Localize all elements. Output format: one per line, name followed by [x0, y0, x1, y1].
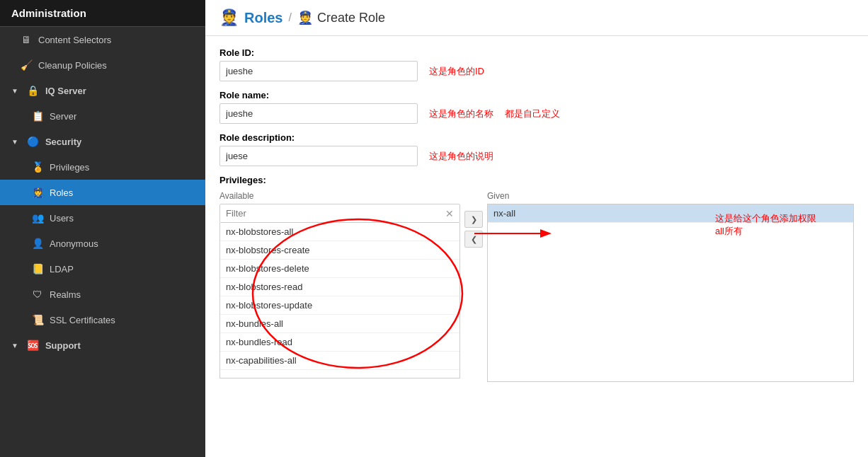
role-name-annotation: 这是角色的名称 — [429, 108, 493, 120]
sidebar-item-content-selectors[interactable]: 🖥 Content Selectors — [0, 27, 205, 52]
privileges-icon: 🏅 — [31, 161, 44, 173]
breadcrumb-create-role: 👮 Create Role — [297, 10, 385, 25]
sidebar-item-label: Cleanup Policies — [38, 60, 107, 71]
sidebar-item-realms[interactable]: 🛡 Realms — [0, 282, 205, 307]
sidebar-item-label: Content Selectors — [38, 35, 111, 45]
list-item[interactable]: nx-blobstores-all — [220, 223, 459, 241]
support-icon: 🆘 — [27, 340, 40, 351]
list-item[interactable]: nx-blobstores-update — [220, 296, 459, 315]
chevron-right-icon: ▼ — [11, 342, 18, 349]
breadcrumb-roles-title: Roles — [244, 10, 282, 26]
breadcrumb-separator: / — [288, 11, 291, 24]
filter-input[interactable] — [220, 204, 440, 222]
sidebar-item-label: SSL Certificates — [50, 315, 115, 325]
role-id-label: Role ID: — [219, 47, 854, 58]
breadcrumb-roles-icon: 👮 — [219, 8, 239, 27]
sidebar-item-label: Server — [50, 111, 76, 122]
role-desc-input[interactable] — [219, 146, 418, 166]
filter-row: ✕ — [219, 204, 460, 223]
ldap-icon: 📒 — [31, 263, 44, 274]
sidebar-item-label: Users — [50, 213, 74, 224]
realms-icon: 🛡 — [31, 289, 44, 300]
available-column: Available ✕ nx-blobstores-all nx-blobsto… — [219, 191, 460, 378]
role-name-annotation2: 都是自己定义 — [505, 108, 560, 120]
sidebar: Administration 🖥 Content Selectors 🧹 Cle… — [0, 0, 205, 457]
form-area: Role ID: 这是角色的ID Role name: 这是角色的名称 都是自己… — [205, 36, 868, 457]
sidebar-item-label: Privileges — [50, 162, 89, 173]
sidebar-item-ssl-certificates[interactable]: 📜 SSL Certificates — [0, 307, 205, 332]
cleanup-policies-icon: 🧹 — [20, 59, 33, 71]
roles-icon: 👮 — [31, 187, 44, 198]
iq-server-icon: 🔒 — [27, 85, 40, 96]
sidebar-title: Administration — [0, 0, 205, 27]
role-desc-row: Role description: 这是角色的说明 — [219, 132, 854, 166]
move-right-button[interactable]: ❯ — [464, 211, 483, 228]
create-role-icon: 👮 — [297, 10, 313, 25]
sidebar-item-cleanup-policies[interactable]: 🧹 Cleanup Policies — [0, 52, 205, 78]
role-name-label: Role name: — [219, 90, 854, 100]
sidebar-section-support[interactable]: ▼ 🆘 Support — [0, 332, 205, 358]
sidebar-item-label: Roles — [50, 187, 73, 198]
role-id-row: Role ID: 这是角色的ID — [219, 47, 854, 81]
given-label: Given — [487, 191, 854, 201]
sidebar-item-anonymous[interactable]: 👤 Anonymous — [0, 231, 205, 256]
filter-clear-button[interactable]: ✕ — [440, 205, 459, 222]
privileges-columns: Available ✕ nx-blobstores-all nx-blobsto… — [219, 191, 854, 382]
chevron-down-icon: ▼ — [11, 138, 18, 146]
list-item[interactable]: nx-blobstores-delete — [220, 260, 459, 278]
available-label: Available — [219, 191, 460, 201]
role-desc-annotation: 这是角色的说明 — [429, 150, 493, 163]
sidebar-item-ldap[interactable]: 📒 LDAP — [0, 256, 205, 282]
list-item[interactable]: nx-blobstores-read — [220, 278, 459, 296]
main-content: 👮 Roles / 👮 Create Role Role ID: 这是角色的ID… — [205, 0, 868, 457]
sidebar-item-label: Realms — [50, 289, 81, 300]
given-list[interactable]: nx-all — [487, 204, 854, 382]
list-item[interactable]: nx-capabilities-all — [220, 352, 459, 370]
sidebar-item-privileges[interactable]: 🏅 Privileges — [0, 154, 205, 180]
role-id-input[interactable] — [219, 61, 418, 81]
content-selectors-icon: 🖥 — [20, 34, 33, 45]
available-list[interactable]: nx-blobstores-all nx-blobstores-create n… — [219, 223, 460, 378]
given-column: Given nx-all — [487, 191, 854, 382]
create-role-label: Create Role — [317, 11, 385, 25]
anonymous-icon: 👤 — [31, 238, 44, 249]
role-id-annotation: 这是角色的ID — [429, 65, 484, 78]
list-item[interactable]: nx-bundles-all — [220, 315, 459, 333]
sidebar-item-server[interactable]: 📋 Server — [0, 103, 205, 129]
arrow-column: ❯ ❮ — [460, 211, 487, 248]
sidebar-item-label: Anonymous — [50, 238, 98, 249]
privileges-wrapper: Available ✕ nx-blobstores-all nx-blobsto… — [219, 191, 854, 382]
privileges-label: Privileges: — [219, 175, 854, 185]
breadcrumb: 👮 Roles / 👮 Create Role — [205, 0, 868, 36]
role-name-row: Role name: 这是角色的名称 都是自己定义 — [219, 90, 854, 124]
role-desc-label: Role description: — [219, 132, 854, 143]
role-name-input[interactable] — [219, 103, 418, 124]
sidebar-item-users[interactable]: 👥 Users — [0, 205, 205, 231]
sidebar-section-iq-server[interactable]: ▼ 🔒 IQ Server — [0, 78, 205, 103]
sidebar-item-label: LDAP — [50, 264, 74, 274]
sidebar-section-label: Support — [45, 340, 81, 351]
sidebar-section-label: IQ Server — [45, 86, 86, 96]
sidebar-section-security[interactable]: ▼ 🔵 Security — [0, 129, 205, 154]
security-icon: 🔵 — [27, 136, 40, 147]
chevron-down-icon: ▼ — [11, 87, 18, 95]
sidebar-section-label: Security — [45, 137, 81, 147]
server-icon: 📋 — [31, 110, 44, 122]
ssl-icon: 📜 — [31, 314, 44, 325]
move-left-button[interactable]: ❮ — [464, 231, 483, 248]
list-item[interactable]: nx-bundles-read — [220, 333, 459, 352]
list-item[interactable]: nx-blobstores-create — [220, 241, 459, 260]
users-icon: 👥 — [31, 212, 44, 224]
privileges-section: Privileges: Available ✕ nx-blobstores-al… — [219, 175, 854, 382]
sidebar-item-roles[interactable]: 👮 Roles — [0, 180, 205, 205]
given-item[interactable]: nx-all — [488, 204, 853, 223]
